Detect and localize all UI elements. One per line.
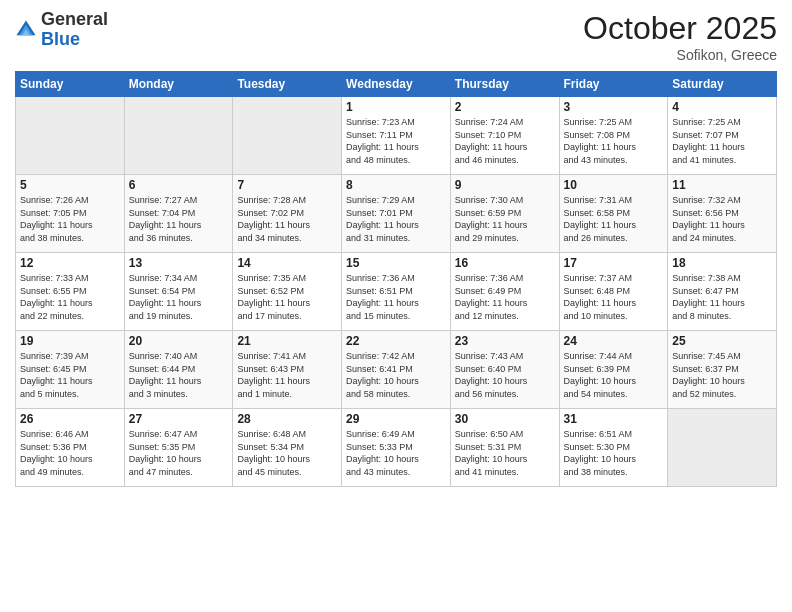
day-info: Sunrise: 7:30 AM Sunset: 6:59 PM Dayligh… xyxy=(455,194,555,244)
calendar-cell-2-5: 9Sunrise: 7:30 AM Sunset: 6:59 PM Daylig… xyxy=(450,175,559,253)
calendar-cell-1-1 xyxy=(16,97,125,175)
calendar-cell-1-6: 3Sunrise: 7:25 AM Sunset: 7:08 PM Daylig… xyxy=(559,97,668,175)
day-info: Sunrise: 7:37 AM Sunset: 6:48 PM Dayligh… xyxy=(564,272,664,322)
calendar-cell-3-4: 15Sunrise: 7:36 AM Sunset: 6:51 PM Dayli… xyxy=(342,253,451,331)
calendar-cell-4-3: 21Sunrise: 7:41 AM Sunset: 6:43 PM Dayli… xyxy=(233,331,342,409)
calendar-cell-4-6: 24Sunrise: 7:44 AM Sunset: 6:39 PM Dayli… xyxy=(559,331,668,409)
day-number: 25 xyxy=(672,334,772,348)
col-thursday: Thursday xyxy=(450,72,559,97)
day-number: 8 xyxy=(346,178,446,192)
month-title: October 2025 xyxy=(583,10,777,47)
calendar-cell-3-2: 13Sunrise: 7:34 AM Sunset: 6:54 PM Dayli… xyxy=(124,253,233,331)
day-info: Sunrise: 7:31 AM Sunset: 6:58 PM Dayligh… xyxy=(564,194,664,244)
calendar-cell-5-5: 30Sunrise: 6:50 AM Sunset: 5:31 PM Dayli… xyxy=(450,409,559,487)
calendar-cell-2-2: 6Sunrise: 7:27 AM Sunset: 7:04 PM Daylig… xyxy=(124,175,233,253)
day-number: 2 xyxy=(455,100,555,114)
logo: General Blue xyxy=(15,10,108,50)
title-area: October 2025 Sofikon, Greece xyxy=(583,10,777,63)
calendar-cell-3-5: 16Sunrise: 7:36 AM Sunset: 6:49 PM Dayli… xyxy=(450,253,559,331)
calendar-cell-4-2: 20Sunrise: 7:40 AM Sunset: 6:44 PM Dayli… xyxy=(124,331,233,409)
calendar-cell-5-6: 31Sunrise: 6:51 AM Sunset: 5:30 PM Dayli… xyxy=(559,409,668,487)
calendar-cell-2-3: 7Sunrise: 7:28 AM Sunset: 7:02 PM Daylig… xyxy=(233,175,342,253)
day-info: Sunrise: 7:33 AM Sunset: 6:55 PM Dayligh… xyxy=(20,272,120,322)
calendar-cell-1-7: 4Sunrise: 7:25 AM Sunset: 7:07 PM Daylig… xyxy=(668,97,777,175)
day-number: 14 xyxy=(237,256,337,270)
day-number: 10 xyxy=(564,178,664,192)
day-info: Sunrise: 7:36 AM Sunset: 6:49 PM Dayligh… xyxy=(455,272,555,322)
calendar-cell-3-3: 14Sunrise: 7:35 AM Sunset: 6:52 PM Dayli… xyxy=(233,253,342,331)
day-number: 18 xyxy=(672,256,772,270)
calendar-cell-1-5: 2Sunrise: 7:24 AM Sunset: 7:10 PM Daylig… xyxy=(450,97,559,175)
calendar-cell-1-4: 1Sunrise: 7:23 AM Sunset: 7:11 PM Daylig… xyxy=(342,97,451,175)
calendar-week-row-4: 19Sunrise: 7:39 AM Sunset: 6:45 PM Dayli… xyxy=(16,331,777,409)
day-info: Sunrise: 6:46 AM Sunset: 5:36 PM Dayligh… xyxy=(20,428,120,478)
day-info: Sunrise: 6:48 AM Sunset: 5:34 PM Dayligh… xyxy=(237,428,337,478)
day-info: Sunrise: 7:44 AM Sunset: 6:39 PM Dayligh… xyxy=(564,350,664,400)
calendar-cell-3-6: 17Sunrise: 7:37 AM Sunset: 6:48 PM Dayli… xyxy=(559,253,668,331)
calendar-cell-4-1: 19Sunrise: 7:39 AM Sunset: 6:45 PM Dayli… xyxy=(16,331,125,409)
day-number: 27 xyxy=(129,412,229,426)
col-wednesday: Wednesday xyxy=(342,72,451,97)
calendar-cell-4-7: 25Sunrise: 7:45 AM Sunset: 6:37 PM Dayli… xyxy=(668,331,777,409)
day-info: Sunrise: 7:38 AM Sunset: 6:47 PM Dayligh… xyxy=(672,272,772,322)
day-info: Sunrise: 7:24 AM Sunset: 7:10 PM Dayligh… xyxy=(455,116,555,166)
day-number: 24 xyxy=(564,334,664,348)
col-friday: Friday xyxy=(559,72,668,97)
page-container: General Blue October 2025 Sofikon, Greec… xyxy=(0,0,792,612)
calendar-cell-3-7: 18Sunrise: 7:38 AM Sunset: 6:47 PM Dayli… xyxy=(668,253,777,331)
calendar-cell-2-7: 11Sunrise: 7:32 AM Sunset: 6:56 PM Dayli… xyxy=(668,175,777,253)
day-number: 28 xyxy=(237,412,337,426)
day-info: Sunrise: 7:39 AM Sunset: 6:45 PM Dayligh… xyxy=(20,350,120,400)
calendar-cell-3-1: 12Sunrise: 7:33 AM Sunset: 6:55 PM Dayli… xyxy=(16,253,125,331)
day-info: Sunrise: 7:41 AM Sunset: 6:43 PM Dayligh… xyxy=(237,350,337,400)
day-number: 4 xyxy=(672,100,772,114)
col-monday: Monday xyxy=(124,72,233,97)
day-info: Sunrise: 7:32 AM Sunset: 6:56 PM Dayligh… xyxy=(672,194,772,244)
day-number: 29 xyxy=(346,412,446,426)
day-info: Sunrise: 6:50 AM Sunset: 5:31 PM Dayligh… xyxy=(455,428,555,478)
calendar-week-row-2: 5Sunrise: 7:26 AM Sunset: 7:05 PM Daylig… xyxy=(16,175,777,253)
day-info: Sunrise: 7:28 AM Sunset: 7:02 PM Dayligh… xyxy=(237,194,337,244)
calendar-cell-2-6: 10Sunrise: 7:31 AM Sunset: 6:58 PM Dayli… xyxy=(559,175,668,253)
calendar-cell-4-5: 23Sunrise: 7:43 AM Sunset: 6:40 PM Dayli… xyxy=(450,331,559,409)
day-number: 16 xyxy=(455,256,555,270)
day-info: Sunrise: 7:26 AM Sunset: 7:05 PM Dayligh… xyxy=(20,194,120,244)
col-saturday: Saturday xyxy=(668,72,777,97)
day-info: Sunrise: 6:49 AM Sunset: 5:33 PM Dayligh… xyxy=(346,428,446,478)
day-number: 26 xyxy=(20,412,120,426)
day-info: Sunrise: 7:25 AM Sunset: 7:08 PM Dayligh… xyxy=(564,116,664,166)
day-number: 1 xyxy=(346,100,446,114)
logo-icon xyxy=(15,19,37,41)
logo-general: General xyxy=(41,9,108,29)
day-number: 3 xyxy=(564,100,664,114)
day-number: 30 xyxy=(455,412,555,426)
calendar-header-row: Sunday Monday Tuesday Wednesday Thursday… xyxy=(16,72,777,97)
col-sunday: Sunday xyxy=(16,72,125,97)
day-info: Sunrise: 7:25 AM Sunset: 7:07 PM Dayligh… xyxy=(672,116,772,166)
day-info: Sunrise: 7:27 AM Sunset: 7:04 PM Dayligh… xyxy=(129,194,229,244)
day-number: 12 xyxy=(20,256,120,270)
calendar-cell-5-1: 26Sunrise: 6:46 AM Sunset: 5:36 PM Dayli… xyxy=(16,409,125,487)
calendar-cell-2-4: 8Sunrise: 7:29 AM Sunset: 7:01 PM Daylig… xyxy=(342,175,451,253)
day-info: Sunrise: 7:40 AM Sunset: 6:44 PM Dayligh… xyxy=(129,350,229,400)
page-header: General Blue October 2025 Sofikon, Greec… xyxy=(15,10,777,63)
day-number: 19 xyxy=(20,334,120,348)
calendar-table: Sunday Monday Tuesday Wednesday Thursday… xyxy=(15,71,777,487)
day-info: Sunrise: 7:36 AM Sunset: 6:51 PM Dayligh… xyxy=(346,272,446,322)
calendar-cell-5-3: 28Sunrise: 6:48 AM Sunset: 5:34 PM Dayli… xyxy=(233,409,342,487)
calendar-cell-1-3 xyxy=(233,97,342,175)
day-info: Sunrise: 6:51 AM Sunset: 5:30 PM Dayligh… xyxy=(564,428,664,478)
day-number: 5 xyxy=(20,178,120,192)
day-number: 6 xyxy=(129,178,229,192)
calendar-cell-4-4: 22Sunrise: 7:42 AM Sunset: 6:41 PM Dayli… xyxy=(342,331,451,409)
day-info: Sunrise: 7:42 AM Sunset: 6:41 PM Dayligh… xyxy=(346,350,446,400)
day-info: Sunrise: 7:45 AM Sunset: 6:37 PM Dayligh… xyxy=(672,350,772,400)
day-number: 31 xyxy=(564,412,664,426)
day-info: Sunrise: 7:35 AM Sunset: 6:52 PM Dayligh… xyxy=(237,272,337,322)
calendar-cell-1-2 xyxy=(124,97,233,175)
day-info: Sunrise: 7:34 AM Sunset: 6:54 PM Dayligh… xyxy=(129,272,229,322)
location-subtitle: Sofikon, Greece xyxy=(583,47,777,63)
day-number: 11 xyxy=(672,178,772,192)
calendar-cell-5-7 xyxy=(668,409,777,487)
day-number: 23 xyxy=(455,334,555,348)
